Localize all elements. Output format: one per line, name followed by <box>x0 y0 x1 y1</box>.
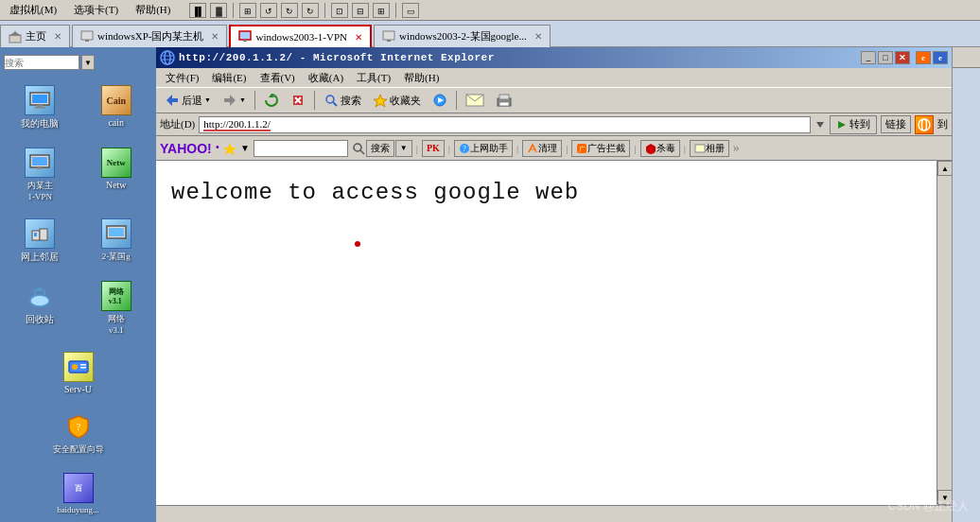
tab-home-label: 主页 <box>26 29 46 44</box>
ie-media-btn[interactable] <box>428 90 452 111</box>
ie-menu-tools[interactable]: 工具(T) <box>351 69 396 87</box>
ie-extra-btn-1[interactable]: e <box>916 51 931 64</box>
vm-menu-vm[interactable]: 虚拟机(M) <box>4 1 62 19</box>
desktop-icon-network-vpn[interactable]: 内某主1-VPN <box>11 148 68 201</box>
ie-forward-btn[interactable]: ▼ <box>218 90 251 111</box>
ie-menu-file[interactable]: 文件(F) <box>160 69 204 87</box>
right-strip <box>952 47 980 522</box>
vm-toolbar-icon-7[interactable]: ⊡ <box>331 3 348 18</box>
yahoo-adblock-btn[interactable]: 广 广告拦截 <box>571 140 630 157</box>
ie-statusbar <box>156 505 952 522</box>
tab-winxp-close[interactable]: ✕ <box>211 31 219 42</box>
tab-winxp[interactable]: windowsXP-国内某主机 ✕ <box>72 25 227 47</box>
email-icon <box>465 93 484 108</box>
yahoo-antivirus-btn[interactable]: 杀毒 <box>640 140 680 157</box>
scroll-up-btn[interactable]: ▲ <box>937 161 952 176</box>
ie-refresh-btn[interactable] <box>259 90 284 111</box>
tab-home[interactable]: 主页 ✕ <box>0 25 70 47</box>
svg-rect-14 <box>37 167 43 169</box>
desktop-icon-servu[interactable]: Serv-U <box>50 352 107 394</box>
svg-point-55 <box>354 144 361 151</box>
ie-links-btn[interactable]: 链接 <box>881 115 911 133</box>
ie-search-btn[interactable]: 搜索 <box>319 90 366 111</box>
yahoo-logo: YAHOO! <box>160 141 212 156</box>
vm-toolbar-icon-10[interactable]: ▭ <box>402 3 419 18</box>
tab-win2003-2[interactable]: windows2003-2-某国google... ✕ <box>374 25 551 47</box>
home-icon <box>9 30 22 44</box>
svg-marker-51 <box>838 121 846 129</box>
ie-maximize-btn[interactable]: □ <box>878 51 893 64</box>
ie-print-btn[interactable] <box>491 90 517 111</box>
ie-stop-btn[interactable] <box>286 90 310 111</box>
svg-rect-48 <box>499 95 509 99</box>
ie-yahoo-bar: YAHOO! • ▼ 搜索 ▼ | PK | ? 上网助手 | <box>156 136 952 161</box>
tab-win2003-1[interactable]: windows2003-1-VPN ✕ <box>229 25 372 47</box>
vm-menu-help[interactable]: 帮助(H) <box>130 1 176 19</box>
vm-toolbar-icon-8[interactable]: ⊟ <box>352 3 369 18</box>
svg-text:e: e <box>921 53 925 62</box>
yahoo-dropdown[interactable]: ▼ <box>240 143 250 153</box>
vm-toolbar-icon-3[interactable]: ⊞ <box>239 3 256 18</box>
yahoo-helper-btn[interactable]: ? 上网助手 <box>454 140 513 157</box>
ie-extra-links[interactable]: 到 <box>937 117 948 131</box>
vm-toolbar-icon-4[interactable]: ↺ <box>260 3 277 18</box>
desktop-icon-mycomputer[interactable]: 我的电脑 <box>11 85 68 130</box>
svg-rect-5 <box>243 40 247 42</box>
ie-email-btn[interactable] <box>461 90 489 111</box>
ie-favorites-btn[interactable]: 收藏夹 <box>368 90 426 111</box>
tab-win2003-2-close[interactable]: ✕ <box>534 31 542 42</box>
yahoo-search-dropdown[interactable]: ▼ <box>395 140 412 157</box>
vm-toolbar-icon-5[interactable]: ↻ <box>281 3 298 18</box>
desktop-icon-baidu[interactable]: 百 baiduyung... <box>50 473 107 514</box>
vm-toolbar-icon-9[interactable]: ⊞ <box>373 3 390 18</box>
address-dropdown-icon[interactable] <box>814 117 826 132</box>
search-dropdown-btn[interactable]: ▼ <box>81 55 95 70</box>
svg-rect-49 <box>499 102 509 106</box>
ie-scrollbar: ▲ ▼ <box>936 161 952 505</box>
desktop-search-input[interactable] <box>4 55 79 70</box>
desktop-icon-vpn-label: 内某主1-VPN <box>27 180 53 201</box>
desktop-icon-recycle[interactable]: 回收站 <box>11 281 68 335</box>
back-dropdown-icon[interactable]: ▼ <box>204 96 211 104</box>
svg-marker-1 <box>9 31 21 36</box>
yahoo-pk-btn[interactable]: PK <box>422 140 445 157</box>
ie-menu-view[interactable]: 查看(V) <box>254 69 301 87</box>
scroll-track[interactable] <box>937 176 952 490</box>
vm-toolbar-icon-6[interactable]: ↻ <box>302 3 319 18</box>
desktop-icon-security[interactable]: ? 安全配置向导 <box>50 411 107 456</box>
yahoo-search-btn[interactable]: 搜索 <box>366 140 394 157</box>
desktop-icon-neighbors[interactable]: 网上邻居 <box>11 218 68 264</box>
ie-minimize-btn[interactable]: _ <box>861 51 876 64</box>
svg-text:广: 广 <box>579 146 586 153</box>
ie-address-label: 地址(D) <box>160 117 195 131</box>
ie-menu-favorites[interactable]: 收藏(A) <box>303 69 349 87</box>
svg-marker-35 <box>166 95 178 106</box>
ie-menu-help[interactable]: 帮助(H) <box>398 69 445 87</box>
forward-dropdown-icon[interactable]: ▼ <box>239 96 246 104</box>
vm-menu-tab[interactable]: 选项卡(T) <box>68 1 124 19</box>
desktop-icon-security-label: 安全配置向导 <box>53 444 104 456</box>
desktop-icon-cain[interactable]: Cain cain <box>88 85 145 130</box>
tab-home-close[interactable]: ✕ <box>54 31 61 42</box>
desktop-icon-netw[interactable]: Netw Netw <box>88 148 145 201</box>
ie-go-btn[interactable]: 转到 <box>830 115 877 134</box>
ie-close-btn[interactable]: ✕ <box>895 51 910 64</box>
toolbar-sep-3 <box>456 91 457 110</box>
svg-marker-36 <box>224 95 236 106</box>
yahoo-clean-btn[interactable]: 清理 <box>522 140 562 157</box>
ie-extra-btn-2[interactable]: e <box>933 51 948 64</box>
ie-address-input[interactable]: http://200.1.1.2/ <box>199 116 811 133</box>
tab-win2003-1-close[interactable]: ✕ <box>355 32 362 43</box>
desktop-icon-network3[interactable]: 网络v3.1 网络v3.1 <box>88 281 145 335</box>
vm-toolbar-icon-1[interactable]: ▐▌ <box>189 3 206 18</box>
yahoo-more-btn[interactable]: » <box>733 141 740 156</box>
svg-point-53 <box>922 119 927 130</box>
yahoo-album-btn[interactable]: 相册 <box>690 140 729 157</box>
svg-rect-17 <box>34 233 37 236</box>
ie-menu-edit[interactable]: 编辑(E) <box>206 69 252 87</box>
ie-logo-corner <box>915 115 934 134</box>
yahoo-search-input[interactable] <box>254 140 348 157</box>
vm-toolbar-icon-2[interactable]: ▓ <box>210 3 227 18</box>
ie-back-btn[interactable]: 后退 ▼ <box>160 90 216 111</box>
desktop-icon-google[interactable]: 2-某国g <box>88 218 145 264</box>
